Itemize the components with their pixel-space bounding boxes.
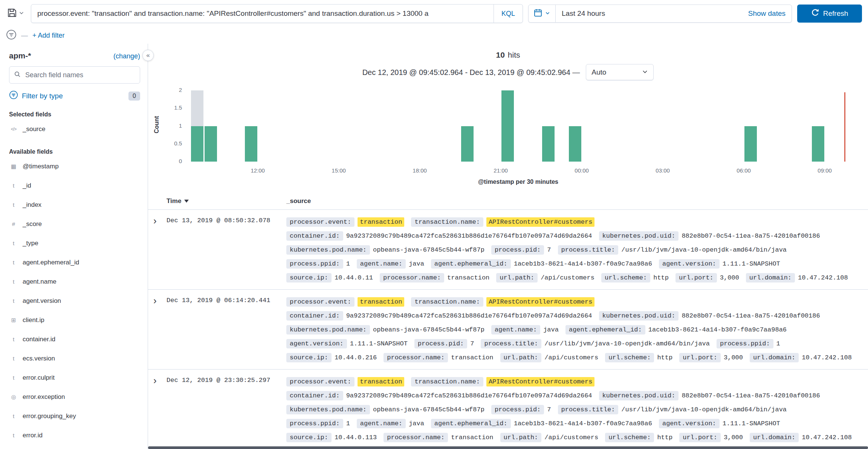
histogram-bar[interactable]	[812, 126, 824, 162]
expand-row-icon[interactable]: ›	[148, 375, 167, 444]
field-item-error.exception[interactable]: ◎error.exception	[9, 387, 140, 406]
field-item-_index[interactable]: t_index	[9, 195, 140, 214]
field-name: _source	[23, 125, 45, 133]
field-value: 10.44.0.113	[335, 434, 377, 441]
collapse-sidebar-button[interactable]: «	[142, 50, 154, 61]
time-range-label[interactable]: Last 24 hours	[556, 9, 611, 18]
field-value: 1.11.1-SNAPSHOT	[350, 340, 408, 347]
doc-table-header: Time _source	[148, 195, 868, 210]
show-dates-button[interactable]: Show dates	[742, 9, 792, 18]
field-item-error.culprit[interactable]: terror.culprit	[9, 368, 140, 387]
source-line: agent.version:1.11.1-SNAPSHOTprocess.pid…	[286, 337, 862, 351]
hits-label: hits	[508, 50, 520, 59]
histogram-plot	[190, 90, 846, 162]
row-timestamp: Dec 13, 2019 @ 06:14:20.441	[167, 295, 286, 365]
field-item-error.grouping_key[interactable]: terror.grouping_key	[9, 406, 140, 426]
chevron-down-icon	[642, 68, 648, 76]
x-axis-title: @timestamp per 30 minutes	[190, 179, 846, 185]
field-item-client.ip[interactable]: ⊞client.ip	[9, 310, 140, 330]
field-name-pill: agent.version:	[659, 259, 720, 269]
histogram-bar[interactable]	[191, 126, 203, 162]
field-value: opbeans-java-67845c5b44-wf87p	[373, 406, 484, 413]
field-name-pill: agent.name:	[491, 325, 540, 334]
field-item-error.id[interactable]: terror.id	[9, 426, 140, 445]
field-item-container.id[interactable]: tcontainer.id	[9, 330, 140, 349]
field-search-box	[9, 66, 140, 84]
search-icon	[14, 71, 21, 79]
field-item-agent.ephemeral_id[interactable]: tagent.ephemeral_id	[9, 253, 140, 272]
histogram-bar[interactable]	[542, 126, 555, 162]
filter-options-icon[interactable]	[6, 29, 17, 41]
field-value: /api/customers	[541, 274, 594, 281]
field-name: _score	[23, 220, 42, 228]
expand-row-icon[interactable]: ›	[148, 215, 167, 285]
field-item-_id[interactable]: t_id	[9, 176, 140, 195]
add-filter-button[interactable]: + Add filter	[32, 32, 65, 40]
interval-select[interactable]: Auto	[586, 64, 654, 81]
filter-count-badge: 0	[128, 92, 140, 101]
filter-by-type-label: Filter by type	[22, 92, 63, 100]
field-item-agent.version[interactable]: tagent.version	[9, 291, 140, 310]
save-icon	[8, 8, 17, 19]
date-quick-menu-button[interactable]	[529, 5, 556, 22]
field-item-@timestamp[interactable]: ▦@timestamp	[9, 157, 140, 176]
selected-fields-heading: Selected fields	[9, 111, 140, 118]
field-value: 7	[470, 340, 474, 347]
saved-query-menu-button[interactable]	[6, 5, 26, 23]
t-icon: t	[9, 202, 18, 208]
field-name-pill: processor.name:	[384, 353, 448, 362]
available-fields-list: ▦@timestampt_idt_index#_scoret_typetagen…	[9, 157, 140, 445]
x-tick-label: 15:00	[322, 167, 356, 174]
field-value: 9a92372089c79b489ca472fca528631b886d1e76…	[346, 312, 592, 319]
histogram-bar[interactable]	[205, 126, 217, 162]
histogram-bar[interactable]	[569, 126, 581, 162]
sort-desc-icon[interactable]	[184, 200, 189, 203]
histogram-chart: Count 00.511.52 12:0015:0018:0021:0000:0…	[148, 84, 868, 190]
refresh-button[interactable]: Refresh	[797, 5, 862, 23]
field-name-pill: process.pid:	[491, 245, 544, 255]
horizontal-scrollbar[interactable]	[148, 446, 868, 449]
field-name-pill: kubernetes.pod.name:	[286, 245, 370, 255]
field-value: 9a92372089c79b489ca472fca528631b886d1e76…	[346, 392, 592, 399]
field-value: 3,000	[720, 274, 739, 281]
content-area: apm-* (change) Filter by type 0 Selected…	[0, 44, 868, 449]
histogram-bar[interactable]	[501, 90, 514, 162]
source-line: container.id:9a92372089c79b489ca472fca52…	[286, 389, 862, 403]
table-row: ›Dec 13, 2019 @ 08:50:32.078processor.ev…	[148, 210, 868, 290]
row-timestamp: Dec 13, 2019 @ 08:50:32.078	[167, 215, 286, 285]
x-tick-label: 00:00	[565, 167, 599, 174]
table-row: ›Dec 13, 2019 @ 06:14:20.441processor.ev…	[148, 290, 868, 370]
expand-row-icon[interactable]: ›	[148, 295, 167, 365]
change-index-pattern-link[interactable]: (change)	[113, 52, 140, 60]
field-name: error.exception	[23, 393, 65, 401]
field-value: /usr/lib/jvm/java-10-openjdk-amd64/bin/j…	[621, 246, 787, 254]
histogram-bar[interactable]	[245, 126, 257, 162]
field-name: client.ip	[23, 316, 44, 324]
field-name-pill: process.title:	[481, 339, 541, 348]
histogram-bar[interactable]	[461, 126, 474, 162]
interval-value: Auto	[591, 68, 606, 76]
field-item-_type[interactable]: t_type	[9, 234, 140, 253]
field-name-pill: process.title:	[558, 405, 619, 414]
field-value: 7	[547, 246, 551, 254]
field-name-pill: agent.name:	[357, 419, 406, 428]
field-item-ecs.version[interactable]: tecs.version	[9, 349, 140, 368]
field-value: 882e8b07-0c54-11ea-8a75-42010af00186	[682, 392, 820, 399]
field-item-_score[interactable]: #_score	[9, 214, 140, 234]
search-input[interactable]	[24, 71, 135, 79]
field-item-_source[interactable]: </>_source	[9, 119, 140, 139]
query-language-button[interactable]: KQL	[494, 5, 523, 23]
filter-by-type-button[interactable]: Filter by type 0	[9, 90, 140, 101]
time-column-header[interactable]: Time	[167, 197, 286, 205]
query-input[interactable]: processor.event: "transaction" and trans…	[31, 5, 494, 23]
field-name-pill: kubernetes.pod.uid:	[599, 311, 679, 321]
field-name-pill: container.id:	[286, 231, 343, 241]
field-value: opbeans-java-67845c5b44-wf87p	[373, 326, 484, 333]
field-item-agent.name[interactable]: tagent.name	[9, 272, 140, 291]
field-name: ecs.version	[23, 355, 55, 362]
field-value: 3,000	[724, 434, 743, 441]
histogram-bar[interactable]	[744, 126, 757, 162]
t-icon: t	[9, 432, 18, 438]
field-name: error.id	[23, 432, 43, 439]
field-value: opbeans-java-67845c5b44-wf87p	[373, 246, 484, 254]
